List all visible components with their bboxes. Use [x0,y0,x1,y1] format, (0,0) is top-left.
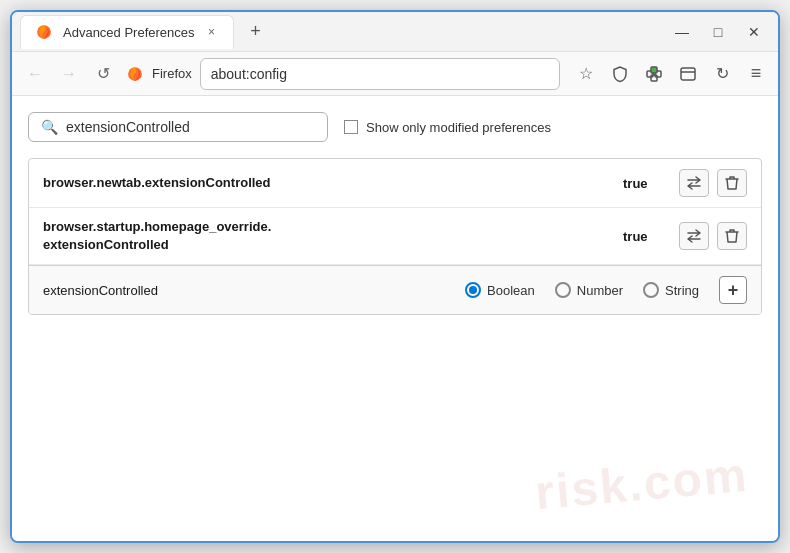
show-modified-container[interactable]: Show only modified preferences [344,120,551,135]
svg-rect-4 [651,67,657,73]
pref-name-2: browser.startup.homepage_override. exten… [43,218,607,254]
maximize-button[interactable]: □ [702,18,734,46]
firefox-label: Firefox [152,66,192,81]
radio-string-circle [643,282,659,298]
shield-icon[interactable] [606,60,634,88]
svg-rect-6 [681,68,695,80]
new-pref-name: extensionControlled [43,283,158,298]
radio-boolean-label: Boolean [487,283,535,298]
radio-number-circle [555,282,571,298]
radio-string-label: String [665,283,699,298]
reload-button[interactable]: ↺ [88,59,118,89]
firefox-logo-icon [124,63,146,85]
nav-icons: ☆ ↻ ≡ [572,60,770,88]
show-modified-checkbox[interactable] [344,120,358,134]
preferences-table: browser.newtab.extensionControlled true [28,158,762,315]
search-container: 🔍 Show only modified preferences [28,112,762,142]
pref-row-2[interactable]: browser.startup.homepage_override. exten… [29,208,761,265]
pref-value-2: true [623,229,663,244]
tab-close-button[interactable]: × [203,23,221,41]
show-modified-label: Show only modified preferences [366,120,551,135]
firefox-tab-icon [33,21,55,43]
extension-icon[interactable] [640,60,668,88]
account-icon[interactable] [674,60,702,88]
pref-name-1: browser.newtab.extensionControlled [43,174,607,192]
new-pref-row: extensionControlled Boolean Number Strin… [29,265,761,314]
radio-boolean[interactable]: Boolean [465,282,535,298]
menu-icon[interactable]: ≡ [742,60,770,88]
delete-button-2[interactable] [717,222,747,250]
type-radio-group: Boolean Number String [465,282,699,298]
search-input[interactable] [66,119,315,135]
toggle-button-2[interactable] [679,222,709,250]
forward-button[interactable]: → [54,59,84,89]
pref-value-1: true [623,176,663,191]
toggle-button-1[interactable] [679,169,709,197]
close-button[interactable]: ✕ [738,18,770,46]
search-icon: 🔍 [41,119,58,135]
tab-title: Advanced Preferences [63,25,195,40]
address-bar[interactable]: about:config [200,58,560,90]
search-box[interactable]: 🔍 [28,112,328,142]
sync-icon[interactable]: ↻ [708,60,736,88]
radio-number[interactable]: Number [555,282,623,298]
radio-string[interactable]: String [643,282,699,298]
browser-tab[interactable]: Advanced Preferences × [20,15,234,49]
bookmark-icon[interactable]: ☆ [572,60,600,88]
svg-rect-5 [651,75,657,81]
new-tab-button[interactable]: + [242,18,270,46]
navigation-bar: ← → ↺ Firefox about:config ☆ [12,52,778,96]
address-text: about:config [211,66,287,82]
delete-button-1[interactable] [717,169,747,197]
radio-number-label: Number [577,283,623,298]
minimize-button[interactable]: — [666,18,698,46]
window-controls: — □ ✕ [666,18,770,46]
pref-actions-2 [679,222,747,250]
pref-actions-1 [679,169,747,197]
add-pref-button[interactable]: + [719,276,747,304]
back-button[interactable]: ← [20,59,50,89]
pref-row-1[interactable]: browser.newtab.extensionControlled true [29,159,761,208]
watermark: risk.com [533,447,750,520]
title-bar: Advanced Preferences × + — □ ✕ [12,12,778,52]
browser-window: Advanced Preferences × + — □ ✕ ← → ↺ Fir… [10,10,780,543]
radio-boolean-circle [465,282,481,298]
content-area: 🔍 Show only modified preferences browser… [12,96,778,541]
